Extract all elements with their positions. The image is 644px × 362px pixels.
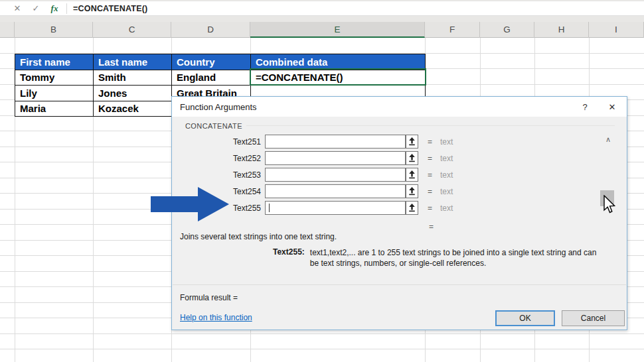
accept-icon[interactable]: ✓ (27, 3, 45, 13)
dialog-titlebar[interactable]: Function Arguments ? ✕ (172, 97, 627, 117)
collapse-dialog-icon[interactable] (406, 201, 418, 215)
table-cell[interactable]: Tommy (15, 70, 94, 86)
text-caret (269, 204, 270, 212)
table-cell[interactable]: England (172, 70, 251, 86)
argument-input-text254[interactable] (265, 184, 406, 198)
formula-input[interactable]: =CONCATENATE() (73, 4, 147, 13)
argument-input-text253[interactable] (265, 168, 406, 182)
close-icon[interactable]: ✕ (604, 101, 620, 113)
column-header-b[interactable]: B (15, 22, 93, 38)
formula-result-label: Formula result = (180, 293, 238, 302)
argument-input-text251[interactable] (265, 135, 406, 149)
table-header-cell[interactable]: Last name (94, 54, 172, 70)
scrollbar-thumb[interactable] (600, 190, 614, 206)
insert-function-icon[interactable]: fx (45, 3, 64, 14)
argument-input-text255-focused[interactable] (265, 201, 406, 215)
argument-label: Text251 (172, 137, 261, 147)
function-name-label: CONCATENATE (185, 122, 242, 130)
table-header-cell[interactable]: Combined data (251, 54, 426, 70)
argument-result-hint: text (440, 187, 453, 196)
function-arguments-dialog: Function Arguments ? ✕ CONCATENATE Text2… (171, 96, 627, 330)
column-header-a[interactable] (0, 22, 15, 38)
table-header-cell[interactable]: Country (172, 54, 251, 70)
dialog-title: Function Arguments (180, 102, 257, 112)
table-cell[interactable]: Jones (94, 86, 172, 101)
equals-sign: = (428, 154, 432, 163)
column-header-g[interactable]: G (480, 22, 534, 38)
result-equals-sign: = (429, 222, 434, 231)
equals-sign: = (428, 170, 432, 180)
table-cell[interactable]: Maria (15, 101, 94, 117)
argument-input-text252[interactable] (265, 151, 406, 165)
collapse-dialog-icon[interactable] (406, 184, 418, 198)
argument-help: Text255: text1,text2,... are 1 to 255 te… (273, 247, 604, 269)
cancel-button[interactable]: Cancel (562, 310, 625, 326)
equals-sign: = (428, 137, 432, 147)
argument-row: Text255 = text (172, 201, 627, 215)
argument-help-text: text1,text2,... are 1 to 255 text string… (310, 247, 604, 269)
active-formula-cell[interactable]: =CONCATENATE() (251, 70, 426, 86)
argument-result-hint: text (440, 170, 453, 180)
equals-sign: = (428, 187, 432, 196)
ok-button[interactable]: OK (495, 310, 555, 326)
column-header-c[interactable]: C (93, 22, 171, 38)
column-header-h[interactable]: H (534, 22, 589, 38)
group-box-line (246, 125, 615, 126)
table-cell[interactable]: Kozacek (94, 101, 172, 117)
help-on-function-link[interactable]: Help on this function (180, 313, 252, 322)
argument-label: Text252 (172, 154, 261, 163)
argument-label: Text255 (172, 204, 261, 213)
formula-bar-divider (66, 3, 67, 14)
argument-result-hint: text (440, 204, 453, 213)
table-cell[interactable]: Smith (94, 70, 172, 86)
formula-bar: ✕ ✓ fx =CONCATENATE() (0, 1, 644, 16)
equals-sign: = (428, 204, 432, 213)
column-header-e-selected[interactable]: E (250, 22, 425, 38)
dialog-help-button[interactable]: ? (578, 101, 592, 113)
argument-row: Text252 = text (172, 151, 627, 165)
column-header-d[interactable]: D (171, 22, 250, 38)
collapse-dialog-icon[interactable] (406, 151, 418, 165)
argument-row: Text253 = text (172, 168, 627, 182)
dialog-divider (173, 284, 626, 285)
argument-row: Text251 = text (172, 135, 627, 149)
function-description: Joins several text strings into one text… (180, 232, 337, 241)
argument-row: Text254 = text (172, 184, 627, 198)
column-header-i[interactable]: I (589, 22, 644, 38)
column-header-f[interactable]: F (425, 22, 480, 38)
cancel-icon[interactable]: ✕ (8, 3, 27, 13)
collapse-dialog-icon[interactable] (406, 135, 418, 149)
argument-help-label: Text255: (273, 247, 305, 269)
argument-result-hint: text (440, 137, 453, 147)
collapse-dialog-icon[interactable] (406, 168, 418, 182)
column-header-row: B C D E F G H I (0, 22, 644, 38)
argument-label: Text253 (172, 170, 261, 180)
table-cell[interactable]: Lily (15, 86, 94, 101)
argument-result-hint: text (440, 154, 453, 163)
argument-label: Text254 (172, 187, 261, 196)
scroll-up-icon[interactable]: ∧ (602, 135, 614, 144)
table-header-cell[interactable]: First name (15, 54, 94, 70)
